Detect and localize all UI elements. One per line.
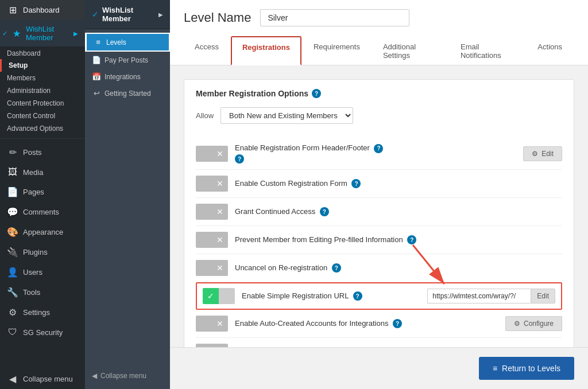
toggle-x-grant-continued-access[interactable]: ✕ [212,204,228,220]
toggle-check-enable-registration-form[interactable] [196,146,212,162]
toggle-grant-continued-access: ✕ [196,204,228,220]
sidebar-item-plugins[interactable]: 🔌 Plugins [0,242,85,262]
help-icon-grant-continued[interactable]: ? [320,207,329,216]
sidebar-item-setup[interactable]: Setup [0,59,85,72]
help-icon-custom-registration[interactable]: ? [351,179,361,188]
sidebar-item-plugins-label: Plugins [23,248,48,256]
toggle-x-enable-registration-form[interactable]: ✕ [212,146,228,162]
allow-row: Allow Both New and Existing Members New … [196,107,562,124]
toggle-check-simple-registration-url[interactable]: ✓ [203,288,219,304]
toggle-check-prevent-member-editing[interactable] [196,232,212,248]
x-icon-2: ✕ [216,179,223,188]
url-edit-button[interactable]: Edit [531,289,555,304]
help-icon-prevent-editing[interactable]: ? [407,235,416,244]
configure-gear-icon: ⚙ [514,320,520,328]
tab-additional-settings[interactable]: Additional Settings [372,36,448,65]
tab-actions[interactable]: Actions [527,36,573,65]
dashboard-icon: ⊞ [7,5,18,15]
return-icon: ≡ [493,364,497,373]
return-to-levels-button[interactable]: ≡ Return to Levels [479,357,574,380]
sidebar-item-users[interactable]: 👤 Users [0,262,85,282]
sidebar-item-sg-security[interactable]: 🛡 SG Security [0,322,85,342]
sidebar-item-content-protection[interactable]: Content Protection [0,97,85,110]
configure-button-auto-created-accounts[interactable]: ⚙ Configure [505,316,562,331]
tab-registrations[interactable]: Registrations [231,36,301,65]
sidebar-item-pages-label: Pages [23,188,44,196]
pages-icon: 📄 [7,186,18,197]
sidebar-item-members[interactable]: Members [0,72,85,84]
toggle-x-auto-add-non-wishlist[interactable]: ✕ [212,344,228,347]
toggle-check-auto-created-accounts[interactable] [196,316,212,332]
section-help-icon[interactable]: ? [312,89,321,98]
toggle-x-auto-created-accounts[interactable]: ✕ [212,316,228,332]
level-name-input[interactable] [260,9,409,26]
wl-sidebar-item-pay-per-posts[interactable]: 📄 Pay Per Posts [85,52,170,68]
sidebar-item-administration[interactable]: Administration [0,84,85,97]
sidebar-item-media-label: Media [23,168,43,177]
tab-access[interactable]: Access [184,36,230,65]
sidebar-item-collapse-label: Collapse menu [23,375,73,383]
sidebar-item-dashboard[interactable]: ⊞ Dashboard [0,0,85,20]
toggle-x-simple-registration-url[interactable] [219,288,235,304]
toggle-enable-registration-form: ✕ [196,146,228,162]
sidebar-item-wl-dashboard[interactable]: Dashboard [0,46,85,59]
sidebar-item-appearance-label: Appearance [23,228,63,236]
sidebar-item-media[interactable]: 🖼 Media [0,162,85,182]
option-label-uncancel: Uncancel on Re-registration ? [235,263,562,273]
tab-email-notifications[interactable]: Email Notifications [450,36,525,65]
wl-collapse-label: Collapse menu [100,372,146,380]
x-icon-4: ✕ [216,235,223,244]
allow-select[interactable]: Both New and Existing Members New Member… [220,107,353,124]
help-icon-auto-created[interactable]: ? [393,319,402,328]
toggle-check-grant-continued-access[interactable] [196,204,212,220]
toggle-check-uncancel[interactable] [196,260,212,276]
wl-sidebar-item-levels[interactable]: ≡ Levels [85,33,170,52]
url-input[interactable] [427,289,531,304]
tools-icon: 🔧 [7,287,18,298]
toggle-x-enable-custom-registration[interactable]: ✕ [212,176,228,192]
option-row-prevent-member-editing: ✕ Prevent Member from Editing Pre-filled… [196,226,562,254]
option-text-grant-continued-access: Grant Continued Access [235,207,315,216]
option-text-prevent-member-editing: Prevent Member from Editing Pre-filled I… [235,235,403,244]
toggle-check-enable-custom-registration[interactable] [196,176,212,192]
toggle-auto-add-non-wishlist: ✕ [196,344,228,347]
level-title-label: Level Name [184,10,251,25]
option-row-uncancel: ✕ Uncancel on Re-registration ? [196,254,562,282]
wl-sidebar-item-getting-started[interactable]: ↩ Getting Started [85,85,170,102]
comments-icon: 💬 [7,207,18,217]
wl-sidebar-item-integrations[interactable]: 📅 Integrations [85,68,170,85]
pay-per-posts-icon: 📄 [92,56,101,64]
allow-label: Allow [196,111,214,120]
wishlist-icon: ★ [13,28,21,39]
toggle-x-prevent-member-editing[interactable]: ✕ [212,232,228,248]
appearance-icon: 🎨 [7,227,18,238]
option-text-auto-created-accounts: Enable Auto-Created Accounts for Integra… [235,319,388,328]
toggle-check-auto-add-non-wishlist[interactable] [196,344,212,347]
x-icon: ✕ [216,149,223,158]
sidebar-item-comments[interactable]: 💬 Comments [0,202,85,222]
help-icon-simple-registration-url[interactable]: ? [353,291,362,301]
help-icon-registration-form[interactable]: ? [374,144,383,153]
x-icon-7: ✕ [216,319,223,328]
sidebar-item-collapse[interactable]: ◀ Collapse menu [0,369,85,389]
wl-sidebar-getting-started-label: Getting Started [105,90,151,98]
sidebar-item-pages[interactable]: 📄 Pages [0,182,85,202]
option-label-enable-custom-registration: Enable Custom Registration Form ? [235,179,562,189]
help-icon-registration-form-sub[interactable]: ? [235,154,244,164]
toggle-x-uncancel[interactable]: ✕ [212,260,228,276]
main-content: Level Name Access Registrations Requirem… [170,0,588,389]
sidebar-item-posts[interactable]: ✏ Posts [0,142,85,162]
sidebar-item-wishlist[interactable]: ✓ ★ WishList Member ▶ [0,20,85,46]
sidebar-item-tools[interactable]: 🔧 Tools [0,282,85,302]
tab-requirements[interactable]: Requirements [303,36,371,65]
sidebar-item-advanced-options[interactable]: Advanced Options [0,122,85,135]
help-icon-uncancel[interactable]: ? [332,263,341,273]
wl-collapse-button[interactable]: ◀ Collapse menu [85,367,170,389]
wl-sidebar-header: ✓ WishList Member ▶ [85,0,170,29]
sidebar-item-content-control[interactable]: Content Control [0,110,85,122]
edit-button-registration-form[interactable]: ⚙ Edit [523,146,562,161]
check-icon-active: ✓ [207,291,214,301]
toggle-uncancel: ✕ [196,260,228,276]
sidebar-item-settings[interactable]: ⚙ Settings [0,302,85,322]
sidebar-item-appearance[interactable]: 🎨 Appearance [0,222,85,242]
